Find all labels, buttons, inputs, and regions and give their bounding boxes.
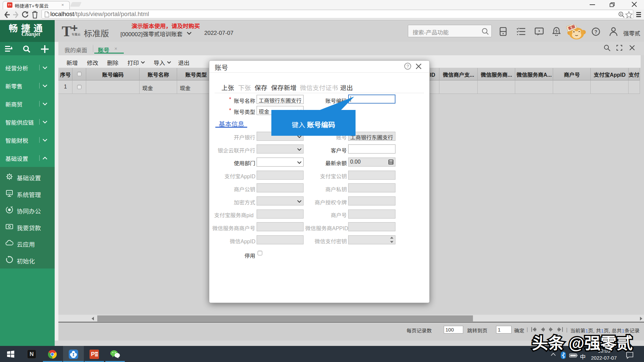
svg-text:?: ? (407, 64, 409, 69)
svg-text:?: ? (594, 29, 597, 35)
svg-text:</>: </> (7, 191, 11, 194)
